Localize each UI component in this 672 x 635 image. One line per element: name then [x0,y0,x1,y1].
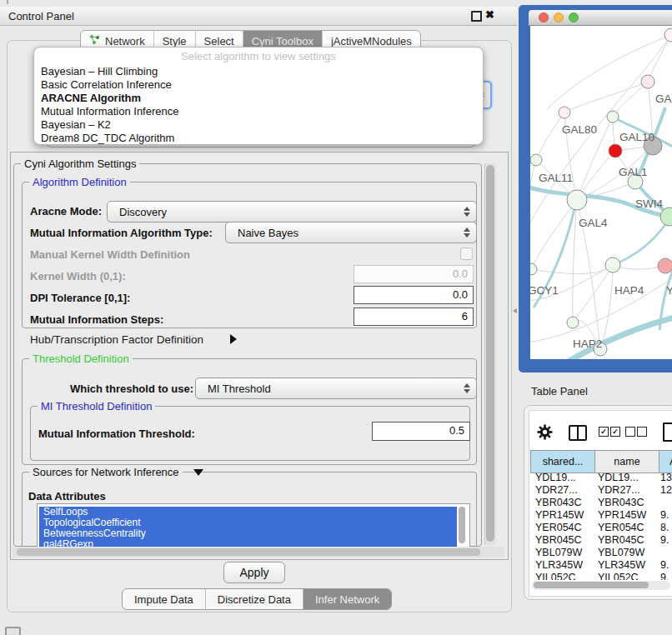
node-gal10[interactable] [607,111,619,122]
tab-discretize-data[interactable]: Discretize Data [206,589,303,609]
aracne-mode-select[interactable]: Discovery [107,201,477,222]
which-threshold-label: Which threshold to use: [70,382,193,395]
window-minimize-button[interactable] [554,12,564,22]
list-scrollbar-thumb[interactable] [459,507,465,543]
mi-steps-label: Mutual Information Steps: [30,313,163,326]
node-hap2[interactable] [567,317,579,328]
table-panel-title: Table Panel [531,385,588,398]
split-columns-icon[interactable] [569,425,587,441]
network-icon [89,34,100,48]
algorithm-option[interactable]: Dream8 DC_TDC Algorithm [41,132,174,145]
apply-button[interactable]: Apply [223,562,285,583]
table-row[interactable]: YIL052CYIL052C9. [530,572,672,580]
aracne-mode-value: Discovery [119,206,167,218]
window-zoom-button[interactable] [569,12,579,22]
node-label: GAL [655,92,672,105]
sources-title[interactable]: Sources for Network Inference [29,466,183,478]
node-label: GAL11 [539,172,573,184]
node-gal4[interactable] [567,190,587,210]
collapse-down-icon[interactable] [193,469,203,476]
splitter-handle-icon[interactable] [513,308,517,313]
stepper-icon [464,383,470,393]
algorithm-dropdown-placeholder: Select algorithm to view settings [34,50,483,62]
docked-panel-icon[interactable] [5,627,21,635]
table-header: shared... name A [530,450,672,473]
column-header-name[interactable]: name [595,451,659,472]
manual-kernel-checkbox[interactable] [460,248,473,260]
cyni-algorithm-settings-title: Cyni Algorithm Settings [21,158,139,170]
mi-type-label: Mutual Information Algorithm Type: [30,227,213,239]
algorithm-option-selected[interactable]: ARACNE Algorithm [41,92,141,105]
float-window-icon[interactable] [471,11,482,22]
tab-impute-data[interactable]: Impute Data [123,589,206,609]
node-label: GAL80 [562,123,597,136]
dpi-tolerance-label: DPI Tolerance [0,1]: [30,292,130,304]
checkbox-checked-icon[interactable]: ✓ [610,427,620,437]
node-gcy1[interactable] [530,263,537,275]
settings-vscroll-thumb[interactable] [486,165,494,542]
algorithm-option[interactable]: Bayesian – Hill Climbing [41,65,158,78]
mi-threshold-field[interactable]: 0.5 [372,422,470,441]
algorithm-option[interactable]: Bayesian – K2 [41,118,111,132]
checkbox-unchecked-icon[interactable] [637,427,647,437]
algorithm-dropdown: Select algorithm to view settings Bayesi… [33,47,484,145]
table-row[interactable]: YER054CYER054C8. [530,522,672,534]
mi-type-select[interactable]: Naive Bayes [225,222,477,243]
app-root: Control Panel ✖ Network Style Select Cyn… [0,0,672,635]
node-selected-red[interactable] [609,144,622,158]
data-attributes-list: SelfLoops TopologicalCoefficient Between… [37,503,470,548]
checkbox-checked-icon[interactable]: ✓ [599,427,609,437]
table-row[interactable]: YBR045CYBR045C9. [530,534,672,547]
network-window-titlebar [529,10,672,26]
document-icon[interactable] [663,422,672,442]
node-pink-right[interactable] [658,258,672,273]
tab-infer-network[interactable]: Infer Network [303,589,391,609]
mi-steps-field[interactable]: 6 [354,308,474,326]
table-row[interactable]: YDR27...YDR27...12 [530,484,672,497]
mi-threshold-label: Mutual Information Threshold: [38,428,195,440]
node-gal11[interactable] [530,154,542,166]
algorithm-option[interactable]: Basic Correlation Inference [41,78,172,92]
node-unlabeled-corner[interactable] [664,28,672,42]
node-gal2[interactable] [641,75,654,88]
list-item[interactable]: BetweennessCentrality [39,528,457,539]
which-threshold-value: MI Threshold [208,382,271,395]
node-label: HAP2 [573,338,602,350]
table-row[interactable]: YBL079WYBL079W [530,547,672,559]
mi-type-value: Naive Bayes [238,227,298,239]
close-icon[interactable]: ✖ [485,8,494,21]
node-label: HAP4 [614,284,644,297]
column-header-shared[interactable]: shared... [531,451,595,472]
top-tick [7,0,8,4]
table-row[interactable]: YLR345WYLR345W9. [530,559,672,572]
node-gal80[interactable] [559,107,570,118]
kernel-width-label: Kernel Width (0,1): [30,270,126,282]
table-hscroll-thumb[interactable] [534,582,649,588]
table-row[interactable]: YDL19...YDL19...13 [530,472,672,484]
stepper-icon [464,228,470,238]
hub-definition-toggle[interactable]: Hub/Transcription Factor Definition [30,333,203,346]
node-label: SWI4 [635,198,663,210]
node-label: GAL10 [619,131,654,143]
tab-label: Network [105,35,145,48]
mi-threshold-group-title: MI Threshold Definition [38,400,155,412]
expand-right-icon[interactable] [230,334,237,344]
checkbox-unchecked-icon[interactable] [625,427,635,437]
column-header-partial[interactable]: A [659,451,672,472]
algorithm-option[interactable]: Mutual Information Inference [41,105,178,118]
node-hap4[interactable] [605,258,620,272]
gear-icon[interactable] [537,424,553,443]
which-threshold-select[interactable]: MI Threshold [195,378,477,399]
node-label: GCY1 [530,284,559,297]
node-label: GAL4 [579,217,608,229]
manual-kernel-label: Manual Kernel Width Definition [30,248,190,261]
settings-hscroll-thumb[interactable] [17,548,480,556]
node-label: GAL1 [619,166,648,178]
table-row[interactable]: YPR145WYPR145W9. [530,509,672,522]
dpi-tolerance-field[interactable]: 0.0 [354,286,474,304]
control-panel-titlebar [0,7,517,26]
window-close-button[interactable] [539,12,549,22]
kernel-width-field[interactable]: 0.0 [354,265,474,283]
network-canvas[interactable]: GAL GAL80 GAL10 GAL1 GAL11 GAL4 SWI4 GCY… [530,26,672,359]
table-row[interactable]: YBR043CYBR043C [530,497,672,509]
